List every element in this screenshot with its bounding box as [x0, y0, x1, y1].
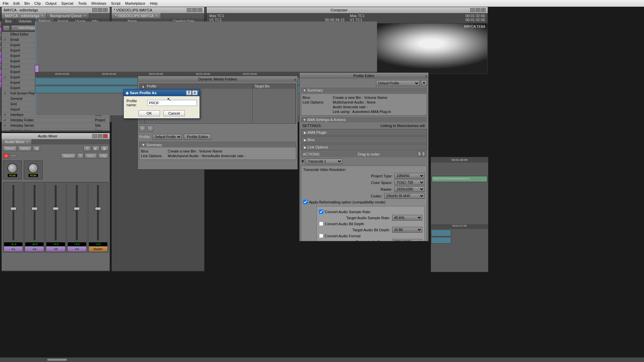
close-button[interactable]: × — [103, 8, 108, 12]
min-button[interactable]: - — [92, 134, 97, 138]
project-titlebar[interactable]: MAYCA - editorbelga - □ × — [2, 7, 110, 13]
max-button[interactable]: □ — [98, 8, 102, 12]
transcode-select[interactable]: Transcode 1 — [306, 159, 342, 164]
close-button[interactable]: × — [198, 8, 202, 12]
fader-channel[interactable]: -31.8A1 — [3, 182, 23, 252]
dmf-titlebar[interactable]: Dynamic Media Folders × — [138, 76, 298, 82]
sort-indicator[interactable]: ▲ — [140, 84, 145, 89]
mixer-tab[interactable]: Audio Mixer× — [2, 139, 32, 144]
bypass-button[interactable]: Bypass — [61, 153, 76, 159]
max-button[interactable]: □ — [192, 8, 197, 12]
menu-tools[interactable]: Tools — [78, 1, 87, 5]
remove-action-button[interactable]: − — [422, 152, 425, 157]
close-icon[interactable]: × — [425, 73, 427, 79]
add-button[interactable]: + — [139, 126, 145, 132]
summary-header[interactable]: ▼ Summary — [140, 142, 296, 147]
clip-button[interactable]: Clip — [98, 153, 108, 159]
audio-clip[interactable] — [431, 237, 451, 244]
pe-titlebar[interactable]: Profile Editor × — [300, 73, 428, 79]
stereo-button-2[interactable]: Stereo — [18, 146, 32, 151]
max-button[interactable]: □ — [98, 134, 102, 138]
loop-button[interactable]: ⟲ — [84, 146, 91, 151]
main-menubar[interactable]: File Edit Bin Clip Output Special Tools … — [0, 0, 644, 7]
min-button[interactable]: - — [470, 8, 475, 12]
stereo-button[interactable]: Stereo — [3, 146, 17, 151]
scroll-thumb[interactable] — [47, 358, 67, 362]
settings-row[interactable]: ✓Interplay FolderProject — [2, 118, 110, 123]
close-button[interactable]: × — [481, 8, 486, 12]
menu-output[interactable]: Output — [46, 1, 57, 5]
expand-bins[interactable]: ▶ Bins — [301, 136, 427, 143]
color-space-select[interactable]: YCbCr 709 — [394, 180, 425, 185]
profile-menu-button[interactable]: ▾ — [421, 80, 427, 86]
grp-button[interactable]: Grp 1 — [85, 153, 97, 159]
cancel-button[interactable]: Cancel — [163, 110, 185, 116]
subtab-bins[interactable]: Bins — [2, 18, 15, 24]
sample-rate-checkbox[interactable] — [319, 209, 323, 214]
mixer-titlebar[interactable]: Audio Mixer - □ × — [2, 133, 110, 139]
min-button[interactable]: - — [187, 8, 192, 12]
record-button[interactable]: ● — [3, 153, 9, 159]
close-icon[interactable]: × — [294, 77, 296, 83]
menu-clip[interactable]: Clip — [35, 1, 41, 5]
codec-select[interactable]: DNxHD 85 MXF — [384, 193, 425, 199]
profile-select[interactable]: Default Profile — [153, 134, 182, 140]
min-button[interactable]: - — [92, 8, 97, 12]
bin-titlebar[interactable]: * VIDEOCLIPS MAYCA - □ × — [112, 7, 204, 13]
reformat-checkbox[interactable] — [303, 200, 308, 204]
summary-header[interactable]: ▼ Summary — [301, 87, 427, 93]
fader-channel[interactable]: +0.0A4 — [67, 182, 87, 252]
audio-format-select[interactable]: PCM (MXF) — [392, 239, 422, 241]
auto-button[interactable] — [10, 155, 16, 157]
project-type-select[interactable]: 1080i/50 — [394, 173, 425, 179]
close-button[interactable]: × — [103, 134, 108, 138]
expand-ama-plugin[interactable]: ▶ AMA Plugin — [301, 129, 427, 136]
raster-select[interactable]: 644x362 — [394, 186, 425, 192]
tab-bgqueue[interactable]: Background Queue× — [47, 13, 89, 18]
grid-button[interactable]: ▦ — [101, 146, 108, 151]
composer-titlebar[interactable]: Composer - □ × — [207, 7, 488, 13]
play-button[interactable]: ▶ — [92, 146, 99, 151]
close-tab-icon[interactable]: × — [26, 140, 28, 143]
fastmenu-button[interactable] — [3, 25, 10, 31]
menu-help[interactable]: Help — [150, 1, 158, 5]
menu-file[interactable]: File — [3, 1, 9, 5]
subtab-volumes[interactable]: Volumes — [15, 18, 35, 24]
close-tab-icon[interactable]: × — [84, 14, 86, 17]
profile-editor-button[interactable]: Profile Editor — [184, 134, 211, 140]
close-button[interactable]: × — [192, 90, 198, 95]
max-button[interactable]: □ — [476, 8, 480, 12]
close-tab-icon[interactable]: × — [41, 14, 43, 17]
col-target-bin[interactable]: Target Bin — [253, 84, 296, 89]
video-clip[interactable] — [35, 65, 39, 72]
expand-link-options[interactable]: ▶ Link Options — [301, 144, 427, 150]
add-action-button[interactable]: + — [418, 152, 421, 157]
bit-depth-checkbox[interactable] — [319, 222, 323, 226]
menu-bin[interactable]: Bin — [24, 1, 30, 5]
dialog-titlebar[interactable]: ◆ Save Profile As ? × — [124, 89, 200, 96]
menu-special[interactable]: Special — [61, 1, 73, 5]
col-profile[interactable]: Profile — [145, 84, 252, 89]
settings-row[interactable]: ✓Interplay ServerSite — [2, 123, 110, 128]
profile-name-input[interactable] — [147, 100, 197, 106]
bin-tab[interactable]: * VIDEOCLIPS MAYCA× — [112, 13, 161, 18]
menu-windows[interactable]: Windows — [91, 1, 106, 5]
pan-knob-1[interactable]: R100 — [3, 161, 22, 179]
settings-row[interactable]: ✓Interplay UserUser — [2, 128, 110, 131]
help-button[interactable]: ? — [186, 90, 192, 95]
tab-project[interactable]: MAYCA - editorbelga× — [2, 13, 47, 18]
menu-script[interactable]: Script — [111, 1, 120, 5]
menu-marketplace[interactable]: Marketplace — [125, 1, 145, 5]
menu-edit[interactable]: Edit — [13, 1, 20, 5]
video-clip[interactable]: VIDEOCLIPdreamedadream.m — [432, 176, 487, 182]
remove-button[interactable]: − — [147, 126, 153, 132]
fader-channel[interactable]: +0.0A3 — [45, 182, 66, 252]
audio-format-checkbox[interactable] — [319, 234, 323, 238]
sample-rate-select[interactable]: 48 kHz — [392, 215, 422, 221]
arrow-button[interactable]: ◀ — [33, 146, 40, 151]
fader-channel[interactable]: -34.8A2 — [24, 182, 45, 252]
ama-header[interactable]: ▼ AMA Settings & Actions — [301, 117, 427, 122]
collapse-icon[interactable]: ▼ — [301, 159, 305, 163]
timeline-scrollbar[interactable] — [0, 357, 644, 362]
close-tab-icon[interactable]: × — [156, 14, 157, 17]
